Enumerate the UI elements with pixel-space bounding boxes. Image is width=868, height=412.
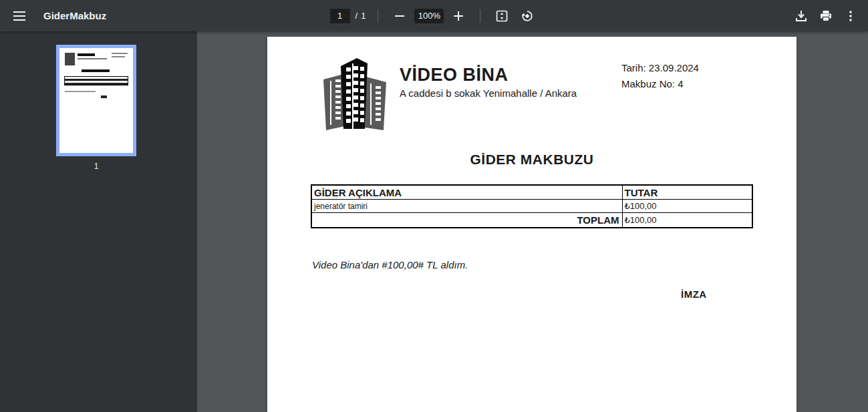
receipt-note: Video Bina'dan #100,00# TL aldım.: [312, 259, 468, 270]
thumb-mini-table-row: [64, 79, 128, 81]
total-label: TOPLAM: [311, 213, 622, 228]
zoom-level[interactable]: 100%: [414, 9, 444, 23]
receipt-number: Makbuz No: 4: [621, 78, 684, 89]
zoom-in-icon: [454, 11, 463, 21]
table-total-row: TOPLAM ₺100,00: [311, 213, 752, 228]
thumbnail-page-number: 1: [56, 162, 136, 171]
page-thumbnail[interactable]: 1: [56, 45, 136, 171]
thumb-mini-address: [78, 58, 107, 59]
receipt-date: Tarih: 23.09.2024: [621, 62, 699, 73]
signature-label: İMZA: [681, 288, 707, 300]
download-icon: [795, 10, 807, 22]
company-buildings-logo: [318, 57, 392, 134]
download-button[interactable]: [790, 5, 812, 27]
thumbnail-sidebar: 1: [0, 31, 197, 412]
thumb-mini-heading: [82, 69, 110, 72]
page-divider: /: [355, 11, 358, 21]
page-total: 1: [361, 11, 366, 21]
thumb-mini-no: [112, 56, 125, 57]
zoom-out-icon: [395, 15, 404, 17]
page-number-input[interactable]: [330, 9, 350, 23]
toolbar-separator: [480, 9, 480, 23]
print-icon: [820, 10, 832, 22]
expense-amount: ₺100,00: [622, 200, 752, 213]
table-header-row: GİDER AÇIKLAMA TUTAR: [311, 185, 752, 200]
more-vert-icon: [849, 11, 852, 21]
page-thumbnail-image[interactable]: [56, 45, 136, 156]
thumb-mini-date: [112, 53, 128, 54]
more-options-button[interactable]: [840, 5, 861, 27]
pdf-viewport[interactable]: VİDEO BİNA A caddesi b sokak Yenimahalle…: [197, 31, 868, 412]
pdf-page: VİDEO BİNA A caddesi b sokak Yenimahalle…: [267, 37, 797, 412]
total-amount: ₺100,00: [622, 213, 752, 228]
print-button[interactable]: [815, 5, 837, 27]
pdf-toolbar: GiderMakbuz / 1 100%: [0, 0, 868, 31]
receipt-title: GİDER MAKBUZU: [267, 152, 797, 168]
fit-page-button[interactable]: [491, 5, 513, 27]
zoom-out-button[interactable]: [389, 5, 410, 27]
thumb-mini-signature: [101, 95, 107, 98]
thumb-mini-note: [65, 91, 96, 92]
header-description: GİDER AÇIKLAMA: [311, 185, 622, 200]
menu-button[interactable]: [9, 5, 30, 27]
header-amount: TUTAR: [622, 185, 752, 200]
fit-page-icon: [496, 10, 508, 22]
document-title: GiderMakbuz: [43, 10, 106, 21]
thumb-mini-logo: [65, 53, 75, 65]
rotate-icon: [521, 10, 533, 22]
menu-icon: [13, 11, 25, 21]
zoom-in-button[interactable]: [448, 5, 469, 27]
company-address: A caddesi b sokak Yenimahalle / Ankara: [400, 87, 577, 99]
thumb-mini-title: [78, 53, 95, 56]
toolbar-separator: [378, 9, 378, 23]
rotate-button[interactable]: [517, 5, 538, 27]
company-name: VİDEO BİNA: [400, 65, 509, 85]
page-count: / 1: [354, 11, 368, 21]
expense-description: jeneratör tamiri: [311, 200, 622, 213]
table-row: jeneratör tamiri ₺100,00: [311, 200, 752, 213]
expense-table: GİDER AÇIKLAMA TUTAR jeneratör tamiri ₺1…: [311, 184, 753, 228]
thumb-mini-table-row: [64, 83, 128, 85]
